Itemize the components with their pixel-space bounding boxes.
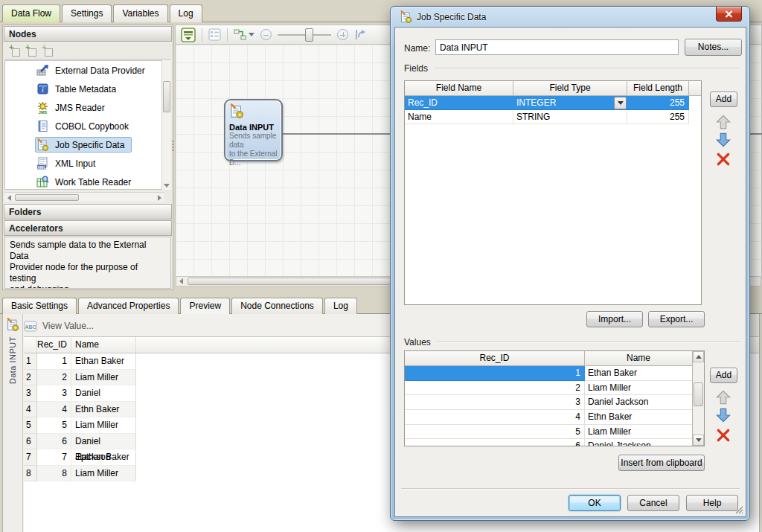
cell-rec-id[interactable]: 6: [405, 439, 585, 446]
preview-side-tab[interactable]: Data INPUT: [3, 314, 23, 532]
table-row[interactable]: 5 Liam Mliler: [405, 425, 704, 440]
cell-rec-id[interactable]: 7: [37, 449, 71, 466]
import-button[interactable]: Import...: [586, 311, 643, 327]
resize-grip[interactable]: [735, 506, 743, 514]
cell-field-name[interactable]: Rec_ID: [405, 96, 513, 110]
tab-log[interactable]: Log: [324, 298, 357, 314]
fields-add-button[interactable]: Add: [710, 92, 737, 107]
values-move-down-icon[interactable]: [715, 407, 731, 423]
add-node-icon[interactable]: +: [25, 45, 36, 57]
scroll-left-button[interactable]: [176, 277, 186, 286]
cell-rec-id[interactable]: 3: [37, 385, 71, 402]
cell-field-length[interactable]: 255: [627, 96, 689, 110]
accelerators-section-header[interactable]: Accelerators: [4, 220, 172, 236]
data-input-node[interactable]: Data INPUT Sends sample data to the Exte…: [224, 99, 283, 161]
cell-rec-id[interactable]: 5: [405, 425, 585, 440]
tab-basic-settings[interactable]: Basic Settings: [2, 298, 77, 314]
zoom-slider-thumb[interactable]: [305, 28, 313, 42]
insert-from-clipboard-button[interactable]: Insert from clipboard: [618, 455, 705, 471]
scrollbar-thumb[interactable]: [694, 382, 703, 406]
scrollbar-thumb[interactable]: [15, 194, 79, 201]
tab-advanced-properties[interactable]: Advanced Properties: [78, 298, 179, 314]
node-item-work-table-reader[interactable]: Work Table Reader: [5, 173, 164, 190]
node-item-jms-reader[interactable]: JMS JMS Reader: [5, 98, 164, 117]
tab-variables[interactable]: Variables: [113, 4, 167, 22]
cell-name[interactable]: Ethan Baker: [585, 366, 693, 381]
cell-name[interactable]: Daniel Jackson: [585, 395, 693, 410]
tab-node-connections[interactable]: Node Connections: [231, 298, 323, 314]
column-header-field-length[interactable]: Field Length: [627, 81, 689, 96]
column-header-name[interactable]: Name: [71, 337, 136, 353]
folders-section-header[interactable]: Folders: [4, 204, 172, 219]
cell-rec-id[interactable]: 4: [405, 410, 585, 425]
scroll-down-button[interactable]: [162, 181, 171, 190]
tab-preview[interactable]: Preview: [180, 298, 230, 314]
cell-rec-id[interactable]: 8: [37, 466, 71, 482]
scroll-up-button[interactable]: [693, 351, 704, 362]
scrollbar-thumb[interactable]: [163, 81, 170, 112]
node-item-external-data-provider[interactable]: External Data Provider: [5, 61, 164, 80]
table-row[interactable]: 6 Daniel Jtackson: [405, 439, 704, 446]
dialog-title-bar[interactable]: Job Specific Data: [400, 10, 486, 23]
ok-button[interactable]: OK: [569, 495, 621, 511]
node-item-table-metadata[interactable]: i Table Metadata: [5, 80, 164, 98]
table-row[interactable]: 4 Ethn Baker: [405, 410, 704, 425]
cell-name[interactable]: Ethn Baker: [71, 402, 136, 418]
cancel-button[interactable]: Cancel: [627, 495, 679, 511]
values-delete-icon[interactable]: [716, 428, 731, 443]
table-row[interactable]: Name STRING 255: [405, 110, 701, 124]
properties-view-icon[interactable]: [208, 28, 221, 41]
name-input[interactable]: [435, 39, 679, 55]
scroll-down-button[interactable]: [693, 435, 704, 446]
nodes-list-vertical-scrollbar[interactable]: [161, 60, 171, 190]
cell-name[interactable]: Ethan Baker: [71, 353, 136, 370]
cell-field-name[interactable]: Name: [405, 110, 513, 124]
cell-rec-id[interactable]: 4: [37, 402, 71, 418]
cell-name[interactable]: Liam Miller: [585, 381, 693, 396]
cell-name[interactable]: Liam Miller: [71, 370, 136, 386]
table-row[interactable]: 2 Liam Miller: [405, 381, 704, 396]
cell-name[interactable]: Liam Mliler: [585, 425, 693, 440]
cell-name[interactable]: Liam Miller: [71, 466, 136, 482]
tab-settings[interactable]: Settings: [62, 4, 112, 22]
table-row[interactable]: 3 Daniel Jackson: [405, 395, 704, 410]
cell-rec-id[interactable]: 1: [405, 366, 585, 381]
scroll-right-button[interactable]: [155, 193, 164, 202]
table-row-selected[interactable]: 1 Ethan Baker: [405, 366, 704, 381]
cell-name[interactable]: Daniel Jtackson: [71, 434, 136, 450]
tab-data-flow[interactable]: Data Flow: [2, 4, 60, 22]
cell-rec-id[interactable]: 1: [37, 353, 71, 370]
zoom-out-icon[interactable]: [260, 29, 272, 40]
column-header-field-name[interactable]: Field Name: [405, 81, 513, 96]
column-header-name[interactable]: Name: [585, 351, 693, 366]
values-table-scrollbar[interactable]: [692, 351, 704, 446]
cell-field-type[interactable]: STRING: [513, 110, 627, 124]
scroll-left-button[interactable]: [4, 193, 13, 202]
fields-move-up-icon[interactable]: [715, 114, 731, 130]
add-group-icon[interactable]: +: [42, 45, 53, 57]
table-row-selected[interactable]: Rec_ID INTEGER 255: [405, 96, 701, 110]
column-header-rec-id[interactable]: Rec_ID: [405, 351, 585, 366]
fields-delete-icon[interactable]: [716, 152, 731, 167]
cell-rec-id[interactable]: 5: [37, 417, 71, 434]
zoom-in-icon[interactable]: [337, 29, 348, 40]
fields-move-down-icon[interactable]: [715, 132, 731, 148]
node-item-cobol-copybook[interactable]: COBOL Copybook: [5, 117, 164, 135]
vertical-splitter-handle[interactable]: ••••: [172, 140, 176, 152]
tab-log[interactable]: Log: [170, 4, 202, 22]
values-move-up-icon[interactable]: [715, 389, 731, 406]
nodes-list-horizontal-scrollbar[interactable]: [4, 192, 164, 202]
cell-field-length[interactable]: 255: [627, 110, 689, 124]
close-button[interactable]: [716, 7, 742, 22]
cell-rec-id[interactable]: 3: [405, 395, 585, 410]
export-button[interactable]: Export...: [648, 311, 705, 327]
zoom-slider[interactable]: [278, 28, 331, 42]
field-type-dropdown-button[interactable]: [614, 97, 627, 109]
view-value-button[interactable]: View Value...: [42, 321, 94, 331]
cell-name[interactable]: Daniel Jtackson: [585, 439, 693, 446]
node-item-job-specific-data[interactable]: Job Specific Data: [5, 135, 164, 154]
layout-menu-button[interactable]: [234, 28, 254, 41]
cell-field-type[interactable]: INTEGER: [513, 96, 627, 110]
cell-name[interactable]: Daniel Jackson: [71, 385, 136, 402]
cell-rec-id[interactable]: 2: [405, 381, 585, 396]
